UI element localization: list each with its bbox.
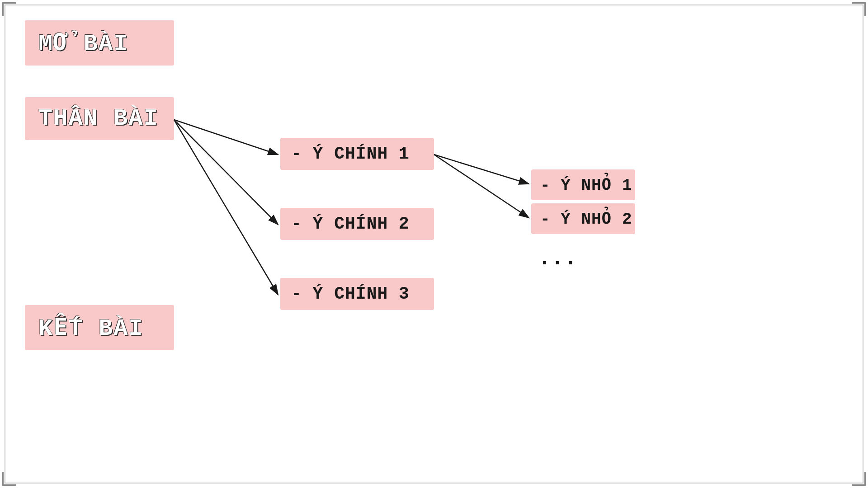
corner-bl xyxy=(2,472,16,486)
svg-line-3 xyxy=(174,120,278,295)
y-chinh-1-label: - Ý CHÍNH 1 xyxy=(291,144,410,164)
than-bai-label: THÂN BÀI xyxy=(38,105,159,132)
ket-bai-box: KẾT BÀI xyxy=(25,305,174,350)
y-chinh-3-box: - Ý CHÍNH 3 xyxy=(280,278,434,310)
y-nho-2-box: - Ý NHỎ 2 xyxy=(531,203,635,234)
y-nho-2-label: - Ý NHỎ 2 xyxy=(540,210,632,229)
svg-line-1 xyxy=(174,120,278,155)
y-nho-1-box: - Ý NHỎ 1 xyxy=(531,169,635,200)
than-bai-box: THÂN BÀI xyxy=(25,97,174,140)
y-chinh-2-label: - Ý CHÍNH 2 xyxy=(291,214,410,234)
y-chinh-3-label: - Ý CHÍNH 3 xyxy=(291,284,410,304)
y-chinh-1-box: - Ý CHÍNH 1 xyxy=(280,138,434,170)
y-chinh-2-box: - Ý CHÍNH 2 xyxy=(280,208,434,240)
y-nho-1-label: - Ý NHỎ 1 xyxy=(540,176,632,195)
mo-bai-box: MỞ BÀI xyxy=(25,20,174,66)
corner-br xyxy=(852,472,866,486)
arrows-svg xyxy=(0,0,868,488)
corner-tl xyxy=(2,2,16,16)
corner-tr xyxy=(852,2,866,16)
svg-line-4 xyxy=(434,155,529,184)
mo-bai-label: MỞ BÀI xyxy=(38,31,128,57)
svg-line-5 xyxy=(434,155,529,218)
outer-frame xyxy=(5,5,863,483)
svg-line-2 xyxy=(174,120,278,225)
dots-text: ... xyxy=(538,246,577,271)
ket-bai-label: KẾT BÀI xyxy=(38,315,144,342)
